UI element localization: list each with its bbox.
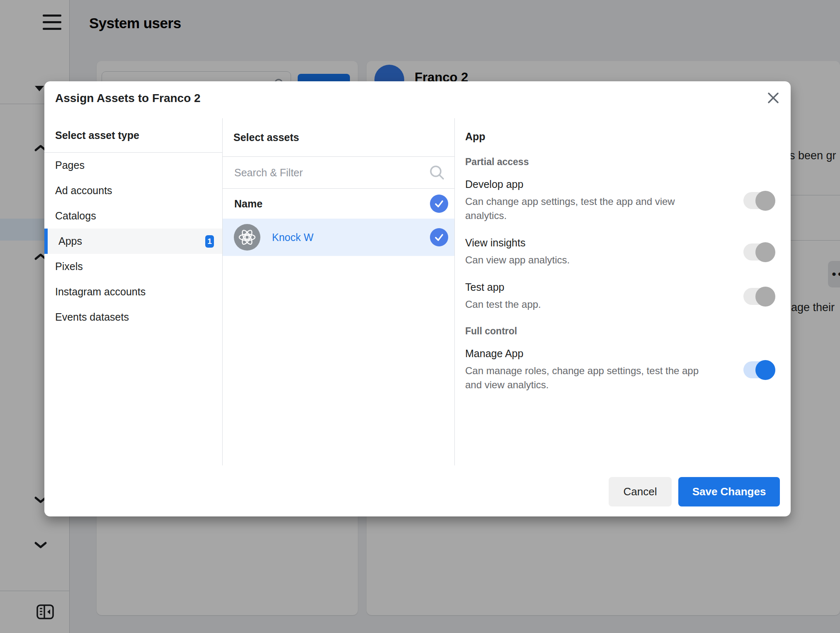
asset-type-apps[interactable]: Apps 1 [44,229,222,254]
permission-description: Can view app analytics. [465,253,714,267]
assets-panel: Select assets Search & Filter Name [223,118,455,465]
permission-description: Can change app settings, test the app an… [465,195,714,223]
asset-type-instagram-accounts[interactable]: Instagram accounts [44,279,222,304]
permission-view-insights: View insights Can view app analytics. [465,237,782,267]
permission-manage-app: Manage App Can manage roles, change app … [465,348,782,392]
check-icon [434,199,444,209]
modal-title: Assign Assets to Franco 2 [55,92,201,105]
asset-type-ad-accounts[interactable]: Ad accounts [44,178,222,203]
section-partial-access: Partial access [465,156,782,168]
permission-name: Test app [465,281,714,293]
select-all-checkbox[interactable] [430,195,448,213]
permission-name: Manage App [465,348,714,360]
asset-type-catalogs[interactable]: Catalogs [44,203,222,229]
close-button[interactable] [762,87,784,109]
view-insights-toggle[interactable] [743,243,774,261]
asset-type-panel: Select asset type Pages Ad accounts Cata… [44,118,223,465]
modal-columns: Select asset type Pages Ad accounts Cata… [44,118,791,465]
asset-type-pixels[interactable]: Pixels [44,254,222,279]
asset-checkbox[interactable] [430,228,448,246]
assets-column-header-row: Name [223,189,454,219]
close-icon [767,92,779,104]
asset-type-pages[interactable]: Pages [44,153,222,178]
permission-test-app: Test app Can test the app. [465,281,782,312]
cancel-button[interactable]: Cancel [609,477,672,506]
assign-assets-modal: Assign Assets to Franco 2 Select asset t… [44,81,791,516]
permissions-header: App [465,131,782,143]
search-icon [429,164,445,181]
modal-footer: Cancel Save Changes [609,477,780,506]
permission-name: Develop app [465,178,714,190]
section-full-control: Full control [465,326,782,337]
screen: System users Franco 2 as been gr ••• age… [0,0,840,633]
name-column-header: Name [234,198,430,210]
permission-description: Can test the app. [465,297,714,312]
check-icon [434,232,444,242]
manage-app-toggle[interactable] [743,361,774,378]
test-app-toggle[interactable] [743,288,774,305]
search-placeholder: Search & Filter [234,167,429,179]
asset-type-events-datasets[interactable]: Events datasets [44,304,222,330]
assets-header: Select assets [223,118,454,157]
develop-app-toggle[interactable] [743,192,774,209]
selected-count-badge: 1 [205,235,214,248]
app-atom-icon [234,224,260,251]
save-changes-button[interactable]: Save Changes [678,477,780,506]
permission-name: View insights [465,237,714,249]
permission-description: Can manage roles, change app settings, t… [465,364,714,392]
asset-type-header: Select asset type [44,118,222,153]
permissions-panel: App Partial access Develop app Can chang… [455,118,791,465]
permission-develop-app: Develop app Can change app settings, tes… [465,178,782,223]
asset-search-input[interactable]: Search & Filter [223,157,454,189]
asset-row-knock-w[interactable]: Knock W [223,219,454,256]
asset-name: Knock W [272,231,430,243]
